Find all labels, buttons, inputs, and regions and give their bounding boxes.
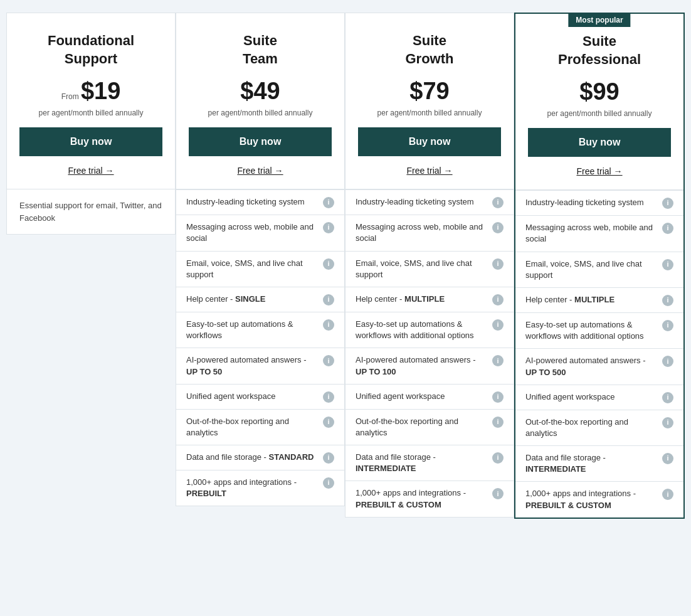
price-amount-foundational: $19 xyxy=(81,78,120,104)
feature-row-suite-team-6: Unified agent workspacei xyxy=(176,384,344,409)
info-icon-suite-team-9[interactable]: i xyxy=(323,477,334,489)
feature-text-suite-professional-0: Industry-leading ticketing system xyxy=(525,197,662,208)
info-icon-suite-growth-7[interactable]: i xyxy=(492,417,504,428)
info-icon-suite-professional-7[interactable]: i xyxy=(662,417,673,428)
plan-name-foundational: FoundationalSupport xyxy=(19,32,162,68)
feature-text-suite-growth-6: Unified agent workspace xyxy=(356,391,492,402)
feature-text-suite-growth-3: Help center - MULTIPLE xyxy=(356,294,492,305)
feature-text-suite-growth-4: Easy-to-set up automations & workflows w… xyxy=(356,319,492,341)
feature-text-suite-growth-1: Messaging across web, mobile and social xyxy=(356,221,492,244)
price-from-foundational: From xyxy=(61,92,81,101)
info-icon-suite-growth-6[interactable]: i xyxy=(492,391,504,403)
plan-header-foundational: FoundationalSupportFrom $19per agent/mon… xyxy=(7,13,175,189)
feature-row-suite-professional-0: Industry-leading ticketing systemi xyxy=(515,190,683,215)
feature-row-suite-team-1: Messaging across web, mobile and sociali xyxy=(176,215,344,250)
info-icon-suite-team-8[interactable]: i xyxy=(323,452,334,464)
info-icon-suite-team-2[interactable]: i xyxy=(323,258,334,270)
info-icon-suite-growth-9[interactable]: i xyxy=(492,488,504,499)
plan-description-foundational: Essential support for email, Twitter, an… xyxy=(7,189,175,234)
plan-price-area-suite-team: $49 xyxy=(189,78,332,105)
feature-row-suite-professional-1: Messaging across web, mobile and sociali xyxy=(515,215,683,251)
feature-row-suite-professional-5: AI-powered automated answers - UP TO 500… xyxy=(515,348,683,384)
plan-card-foundational: FoundationalSupportFrom $19per agent/mon… xyxy=(6,13,176,235)
info-icon-suite-professional-8[interactable]: i xyxy=(662,453,673,464)
info-icon-suite-growth-8[interactable]: i xyxy=(492,452,504,464)
price-amount-suite-team: $49 xyxy=(240,78,280,104)
free-trial-link-suite-team[interactable]: Free trial → xyxy=(237,166,283,176)
feature-row-suite-growth-5: AI-powered automated answers - UP TO 100… xyxy=(346,348,514,383)
info-icon-suite-growth-2[interactable]: i xyxy=(492,258,504,270)
plan-price-area-suite-professional: $99 xyxy=(528,78,671,105)
free-trial-link-foundational[interactable]: Free trial → xyxy=(68,166,113,176)
free-trial-link-suite-professional[interactable]: Free trial → xyxy=(576,166,622,176)
feature-text-suite-team-2: Email, voice, SMS, and live chat support xyxy=(186,258,323,280)
info-icon-suite-professional-2[interactable]: i xyxy=(662,259,673,270)
feature-bold-suite-professional-9: PREBUILT & CUSTOM xyxy=(525,501,611,510)
info-icon-suite-professional-4[interactable]: i xyxy=(662,320,673,331)
info-icon-suite-team-0[interactable]: i xyxy=(323,197,334,208)
feature-text-suite-professional-4: Easy-to-set up automations & workflows w… xyxy=(525,319,662,342)
info-icon-suite-team-1[interactable]: i xyxy=(323,222,334,233)
most-popular-badge: Most popular xyxy=(568,13,630,27)
feature-row-suite-growth-2: Email, voice, SMS, and live chat support… xyxy=(346,251,514,287)
feature-row-suite-team-0: Industry-leading ticketing systemi xyxy=(176,189,344,215)
feature-bold-suite-team-9: PREBUILT xyxy=(186,489,226,498)
feature-row-suite-growth-0: Industry-leading ticketing systemi xyxy=(346,189,514,215)
feature-text-suite-growth-2: Email, voice, SMS, and live chat support xyxy=(356,258,492,280)
info-icon-suite-professional-0[interactable]: i xyxy=(662,198,673,209)
feature-bold-suite-professional-5: UP TO 500 xyxy=(525,368,566,377)
info-icon-suite-growth-1[interactable]: i xyxy=(492,222,504,233)
info-icon-suite-team-4[interactable]: i xyxy=(323,319,334,331)
info-icon-suite-growth-4[interactable]: i xyxy=(492,319,504,331)
features-list-suite-team: Industry-leading ticketing systemiMessag… xyxy=(176,189,344,506)
feature-text-suite-growth-8: Data and file storage - INTERMEDIATE xyxy=(356,452,492,474)
feature-row-suite-professional-7: Out-of-the-box reporting and analyticsi xyxy=(515,410,683,445)
info-icon-suite-growth-3[interactable]: i xyxy=(492,294,504,305)
buy-button-suite-growth[interactable]: Buy now xyxy=(358,127,501,156)
feature-row-suite-professional-9: 1,000+ apps and integrations - PREBUILT … xyxy=(515,481,683,517)
buy-button-foundational[interactable]: Buy now xyxy=(19,127,162,156)
price-amount-suite-growth: $79 xyxy=(409,78,449,104)
info-icon-suite-professional-6[interactable]: i xyxy=(662,392,673,403)
info-icon-suite-team-6[interactable]: i xyxy=(323,391,334,403)
price-period-suite-growth: per agent/month billed annually xyxy=(358,109,501,117)
feature-text-suite-growth-9: 1,000+ apps and integrations - PREBUILT … xyxy=(356,487,492,510)
info-icon-suite-growth-5[interactable]: i xyxy=(492,355,504,366)
features-list-suite-growth: Industry-leading ticketing systemiMessag… xyxy=(346,189,514,517)
plan-name-suite-team: SuiteTeam xyxy=(189,32,332,68)
feature-row-suite-team-4: Easy-to-set up automations & workflowsi xyxy=(176,312,344,348)
plan-name-suite-growth: SuiteGrowth xyxy=(358,32,501,68)
price-period-suite-professional: per agent/month billed annually xyxy=(528,109,671,118)
info-icon-suite-team-5[interactable]: i xyxy=(323,355,334,366)
features-list-suite-professional: Industry-leading ticketing systemiMessag… xyxy=(515,190,683,518)
info-icon-suite-growth-0[interactable]: i xyxy=(492,197,504,208)
feature-text-suite-team-1: Messaging across web, mobile and social xyxy=(186,221,323,244)
feature-bold-suite-growth-8: INTERMEDIATE xyxy=(356,464,416,473)
buy-button-suite-team[interactable]: Buy now xyxy=(189,127,332,156)
feature-row-suite-professional-4: Easy-to-set up automations & workflows w… xyxy=(515,312,683,348)
feature-text-suite-growth-5: AI-powered automated answers - UP TO 100 xyxy=(356,354,492,377)
feature-row-suite-team-8: Data and file storage - STANDARDi xyxy=(176,445,344,470)
info-icon-suite-professional-3[interactable]: i xyxy=(662,295,673,306)
info-icon-suite-team-3[interactable]: i xyxy=(323,294,334,305)
feature-row-suite-growth-6: Unified agent workspacei xyxy=(346,384,514,409)
feature-row-suite-team-9: 1,000+ apps and integrations - PREBUILTi xyxy=(176,470,344,506)
feature-text-suite-professional-6: Unified agent workspace xyxy=(525,391,662,403)
feature-row-suite-professional-3: Help center - MULTIPLEi xyxy=(515,287,683,312)
info-icon-suite-team-7[interactable]: i xyxy=(323,417,334,428)
feature-row-suite-growth-3: Help center - MULTIPLEi xyxy=(346,287,514,312)
feature-text-suite-professional-9: 1,000+ apps and integrations - PREBUILT … xyxy=(525,488,662,511)
plan-name-suite-professional: SuiteProfessional xyxy=(528,33,671,68)
plan-price-area-suite-growth: $79 xyxy=(358,78,501,105)
feature-text-suite-team-9: 1,000+ apps and integrations - PREBUILT xyxy=(186,477,323,499)
plan-price-area-foundational: From $19 xyxy=(19,78,162,105)
feature-text-suite-professional-7: Out-of-the-box reporting and analytics xyxy=(525,417,662,439)
info-icon-suite-professional-1[interactable]: i xyxy=(662,223,673,234)
plan-header-suite-team: SuiteTeam$49per agent/month billed annua… xyxy=(176,13,344,189)
feature-text-suite-professional-2: Email, voice, SMS, and live chat support xyxy=(525,258,662,281)
info-icon-suite-professional-9[interactable]: i xyxy=(662,489,673,500)
info-icon-suite-professional-5[interactable]: i xyxy=(662,356,673,367)
free-trial-link-suite-growth[interactable]: Free trial → xyxy=(406,166,452,176)
feature-row-suite-growth-4: Easy-to-set up automations & workflows w… xyxy=(346,312,514,348)
buy-button-suite-professional[interactable]: Buy now xyxy=(528,128,671,157)
